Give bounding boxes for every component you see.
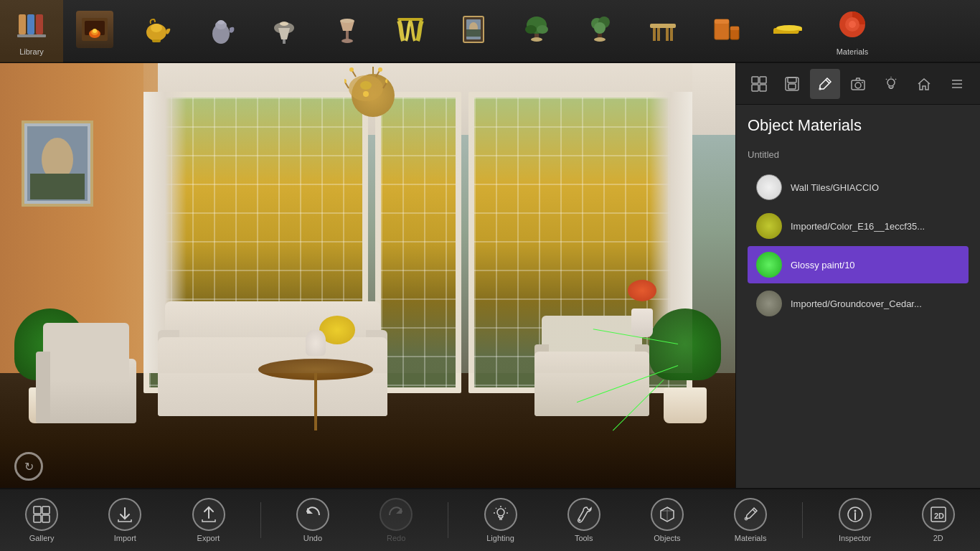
vase-on-table xyxy=(306,330,326,356)
svg-rect-3 xyxy=(17,34,46,37)
2d-label: 2D xyxy=(933,534,943,542)
toolbar-plant2[interactable] xyxy=(568,0,631,62)
svg-rect-1 xyxy=(27,14,34,34)
svg-point-59 xyxy=(378,67,382,72)
svg-rect-36 xyxy=(650,24,676,28)
chandelier-body xyxy=(352,74,395,117)
panel-brush-button[interactable] xyxy=(810,69,840,99)
toolbar-materials[interactable]: Materials xyxy=(821,0,884,62)
toolbar-painting[interactable] xyxy=(442,0,505,62)
svg-point-28 xyxy=(537,25,548,34)
bottom-export[interactable]: Export xyxy=(177,489,240,551)
material-name-wall-tiles: Wall Tiles/GHIACCIO xyxy=(791,182,879,193)
panel-list-button[interactable] xyxy=(942,69,972,99)
material-item-color-e16[interactable]: Imported/Color_E16__1eccf35... xyxy=(748,207,969,245)
library-icon xyxy=(13,6,50,43)
bottom-tools[interactable]: Tools xyxy=(552,489,616,551)
material-item-groundcover[interactable]: Imported/Groundcover_Cedar... xyxy=(748,285,969,322)
toolbar-shelf[interactable] xyxy=(694,0,758,62)
panel-scene-button[interactable] xyxy=(744,69,774,99)
bottom-import[interactable]: Import xyxy=(93,489,156,551)
toolbar-lamp2[interactable] xyxy=(316,0,379,62)
toolbar-table[interactable] xyxy=(631,0,694,62)
svg-rect-16 xyxy=(283,39,286,44)
curtain-icon xyxy=(392,11,429,48)
svg-rect-40 xyxy=(666,28,669,41)
panel-light-button[interactable] xyxy=(876,69,906,99)
svg-rect-21 xyxy=(397,18,423,21)
svg-rect-25 xyxy=(466,29,481,37)
bottom-objects[interactable]: Objects xyxy=(636,489,699,551)
svg-rect-87 xyxy=(34,515,41,522)
svg-point-35 xyxy=(594,37,606,42)
lighting-label: Lighting xyxy=(486,534,514,542)
toolbar-teapot[interactable] xyxy=(126,0,189,62)
svg-marker-89 xyxy=(307,508,313,514)
inspector-icon xyxy=(839,498,872,531)
bottom-redo[interactable]: Redo xyxy=(364,489,428,551)
svg-point-76 xyxy=(862,82,863,83)
bottom-undo[interactable]: Undo xyxy=(281,489,344,551)
main-area: ↻ xyxy=(0,63,980,488)
materials-icon xyxy=(834,6,871,43)
toolbar-fireplace[interactable] xyxy=(63,0,126,62)
svg-marker-90 xyxy=(396,508,402,514)
svg-rect-11 xyxy=(152,39,161,42)
redo-label: Redo xyxy=(387,534,405,542)
coffee-table xyxy=(251,344,380,430)
bottom-2d[interactable]: 2D 2D xyxy=(907,489,970,551)
svg-point-73 xyxy=(819,88,821,90)
import-icon xyxy=(108,498,141,531)
panel-home-button[interactable] xyxy=(909,69,939,99)
bottom-materials[interactable]: Materials xyxy=(719,489,782,551)
svg-rect-88 xyxy=(42,515,50,522)
toolbar-lamp1[interactable] xyxy=(253,0,316,62)
top-toolbar: Library xyxy=(0,0,980,63)
svg-rect-37 xyxy=(653,28,656,41)
gallery-label: Gallery xyxy=(29,534,55,542)
svg-rect-0 xyxy=(19,14,26,34)
table-legs xyxy=(314,373,317,430)
svg-point-17 xyxy=(280,22,288,26)
toolbar-plant1[interactable] xyxy=(505,0,568,62)
objects-icon xyxy=(651,498,684,531)
material-swatch-wall-tiles xyxy=(756,174,782,200)
svg-rect-69 xyxy=(760,85,766,91)
export-label: Export xyxy=(197,534,220,542)
svg-point-56 xyxy=(344,79,347,83)
svg-rect-71 xyxy=(788,77,796,83)
material-section-label: Untitled xyxy=(748,149,969,160)
bottom-inspector[interactable]: Inspector xyxy=(824,489,887,551)
svg-point-99 xyxy=(578,519,580,522)
fireplace-icon xyxy=(76,11,113,48)
separator-1 xyxy=(260,502,261,538)
svg-rect-44 xyxy=(730,27,739,30)
bottom-lighting[interactable]: Lighting xyxy=(469,489,532,551)
svg-point-47 xyxy=(776,25,802,31)
panel-camera-button[interactable] xyxy=(843,69,873,99)
inspector-label: Inspector xyxy=(839,534,871,542)
plant1-icon xyxy=(518,11,555,48)
toolbar-library[interactable]: Library xyxy=(0,0,63,62)
toolbar-jug[interactable] xyxy=(189,0,253,62)
svg-rect-39 xyxy=(657,28,660,41)
jug-icon xyxy=(202,11,240,48)
svg-rect-65 xyxy=(30,174,85,199)
material-item-wall-tiles[interactable]: Wall Tiles/GHIACCIO xyxy=(748,169,969,206)
svg-rect-66 xyxy=(752,77,758,83)
scroll-indicator[interactable]: ↻ xyxy=(14,452,43,481)
lamp1-icon xyxy=(265,11,303,48)
materials-bottom-label: Materials xyxy=(735,534,767,542)
bottom-gallery[interactable]: Gallery xyxy=(10,489,73,551)
lighting-icon xyxy=(484,498,517,531)
separator-3 xyxy=(802,502,803,538)
panel-save-button[interactable] xyxy=(777,69,807,99)
toolbar-curtain[interactable] xyxy=(379,0,442,62)
material-swatch-color-e16 xyxy=(756,213,782,239)
right-panel: Object Materials Untitled Wall Tiles/GHI… xyxy=(735,63,980,488)
objects-label: Objects xyxy=(654,534,680,542)
material-item-glossy-paint[interactable]: Glossy paint/10 xyxy=(748,246,969,283)
toolbar-yellow[interactable] xyxy=(758,0,821,62)
svg-point-57 xyxy=(385,79,387,83)
viewport[interactable]: ↻ xyxy=(0,63,735,488)
